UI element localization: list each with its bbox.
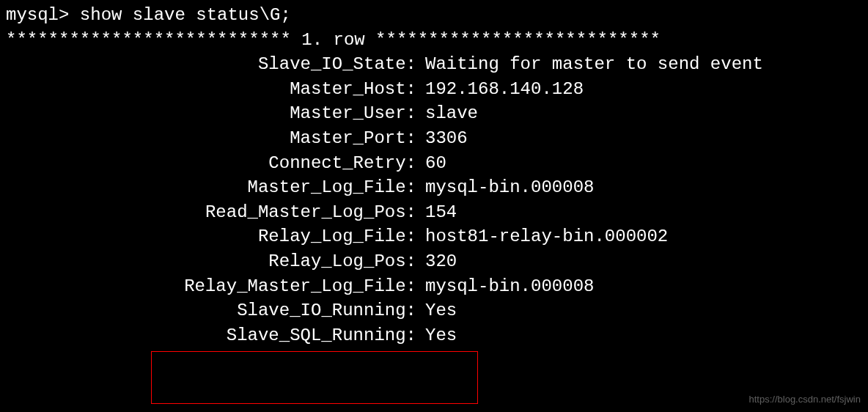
field-value-master-user: slave xyxy=(416,101,478,126)
field-row: Relay_Master_Log_File: mysql-bin.000008 xyxy=(6,274,868,299)
field-value-relay-master-log-file: mysql-bin.000008 xyxy=(416,274,594,299)
field-row: Master_Port: 3306 xyxy=(6,126,868,151)
field-value-master-log-file: mysql-bin.000008 xyxy=(416,175,594,200)
command-line: mysql> show slave status\G; xyxy=(6,3,868,28)
field-row: Master_Log_File: mysql-bin.000008 xyxy=(6,175,868,200)
field-row: Relay_Log_Pos: 320 xyxy=(6,249,868,274)
field-label-slave-sql-running: Slave_SQL_Running: xyxy=(6,323,416,348)
field-row: Slave_SQL_Running: Yes xyxy=(6,323,868,348)
field-row: Read_Master_Log_Pos: 154 xyxy=(6,200,868,225)
field-value-slave-io-running: Yes xyxy=(416,298,457,323)
field-row: Slave_IO_Running: Yes xyxy=(6,298,868,323)
prompt-text: mysql> xyxy=(6,5,80,25)
field-value-relay-log-pos: 320 xyxy=(416,249,457,274)
field-row: Connect_Retry: 60 xyxy=(6,151,868,176)
field-label-relay-master-log-file: Relay_Master_Log_File: xyxy=(6,274,416,299)
field-label-slave-io-running: Slave_IO_Running: xyxy=(6,298,416,323)
field-label-master-port: Master_Port: xyxy=(6,126,416,151)
field-value-relay-log-file: host81-relay-bin.000002 xyxy=(416,224,668,249)
row-stars-right: *************************** xyxy=(365,30,661,50)
field-value-connect-retry: 60 xyxy=(416,151,446,176)
field-label-read-master-log-pos: Read_Master_Log_Pos: xyxy=(6,200,416,225)
row-number: 1. row xyxy=(301,30,364,50)
field-value-slave-io-state: Waiting for master to send event xyxy=(416,52,763,77)
field-label-slave-io-state: Slave_IO_State: xyxy=(6,52,416,77)
field-value-master-port: 3306 xyxy=(416,126,468,151)
highlight-rectangle xyxy=(151,351,478,404)
field-row: Slave_IO_State: Waiting for master to se… xyxy=(6,52,868,77)
field-label-connect-retry: Connect_Retry: xyxy=(6,151,416,176)
field-label-master-user: Master_User: xyxy=(6,101,416,126)
field-value-read-master-log-pos: 154 xyxy=(416,200,457,225)
command-text: show slave status\G; xyxy=(80,5,291,25)
field-value-slave-sql-running: Yes xyxy=(416,323,457,348)
field-row: Master_Host: 192.168.140.128 xyxy=(6,77,868,102)
field-label-relay-log-file: Relay_Log_File: xyxy=(6,224,416,249)
field-label-relay-log-pos: Relay_Log_Pos: xyxy=(6,249,416,274)
row-stars-left: *************************** xyxy=(6,30,301,50)
field-row: Relay_Log_File: host81-relay-bin.000002 xyxy=(6,224,868,249)
row-separator: *************************** 1. row *****… xyxy=(6,28,868,53)
field-label-master-host: Master_Host: xyxy=(6,77,416,102)
field-row: Master_User: slave xyxy=(6,101,868,126)
watermark-text: https://blog.csdn.net/fsjwin xyxy=(749,393,861,406)
field-label-master-log-file: Master_Log_File: xyxy=(6,175,416,200)
field-value-master-host: 192.168.140.128 xyxy=(416,77,584,102)
